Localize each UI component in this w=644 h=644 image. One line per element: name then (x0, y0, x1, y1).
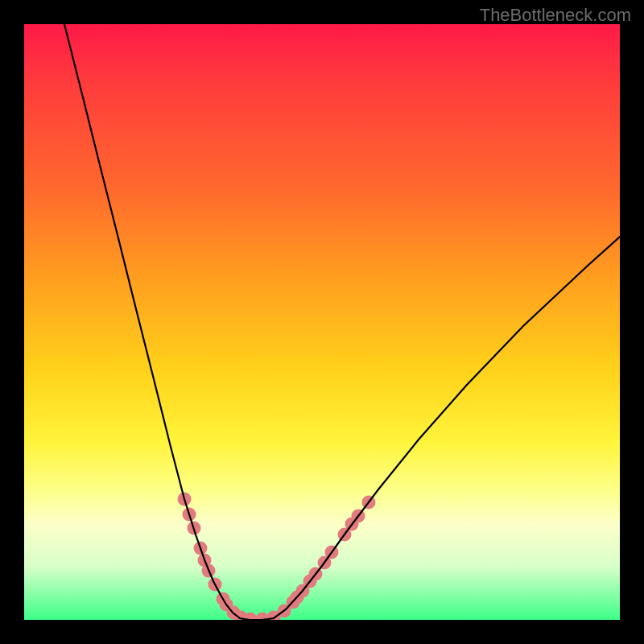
marker-group (178, 493, 376, 621)
chart-frame: TheBottleneck.com (0, 0, 644, 644)
watermark-text: TheBottleneck.com (480, 5, 631, 26)
chart-plot-area (24, 24, 620, 620)
chart-svg (24, 24, 620, 620)
